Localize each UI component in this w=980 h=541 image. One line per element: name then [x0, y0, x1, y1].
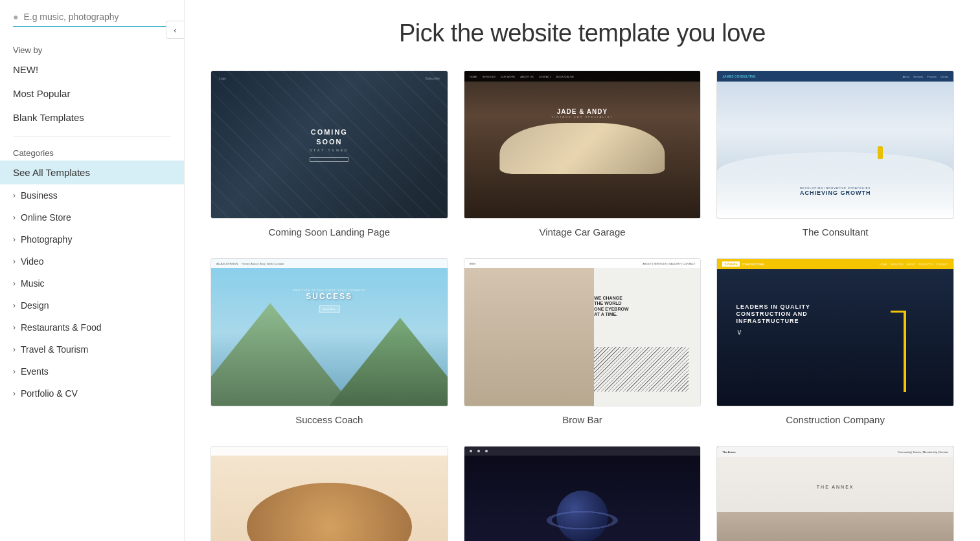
- templates-grid: Logo Subscribe COMINGSOON STAY TUNED Com…: [211, 71, 954, 541]
- search-icon: ●: [13, 12, 18, 22]
- template-label-brow-bar: Brow Bar: [464, 414, 701, 425]
- template-label-consultant: The Consultant: [716, 226, 954, 237]
- template-thumbnail-success-coach: ALLAN JOHNSON Home | About | Blog | Work…: [211, 258, 448, 406]
- template-card-construction[interactable]: SPHERE CONSTRUCTIONS HOMESERVICESABOUTPR…: [716, 258, 954, 425]
- view-by-label: View by: [0, 40, 184, 58]
- chevron-icon: ›: [13, 235, 16, 244]
- template-card-consultant[interactable]: JAMES CONSULTING AboutServicesProjectsCl…: [716, 71, 954, 237]
- search-input[interactable]: [23, 12, 171, 22]
- sidebar-item-travel-tourism[interactable]: › Travel & Tourism: [0, 338, 184, 360]
- template-label-success-coach: Success Coach: [211, 414, 448, 425]
- template-thumbnail-annex: The Annex Community | Events | Membershi…: [716, 446, 954, 541]
- template-thumbnail-consultant: JAMES CONSULTING AboutServicesProjectsCl…: [716, 71, 954, 219]
- sidebar-item-events[interactable]: › Events: [0, 360, 184, 382]
- chevron-icon: ›: [13, 191, 16, 200]
- template-thumbnail-space: [464, 446, 701, 541]
- chevron-icon: ›: [13, 279, 16, 288]
- search-container: ●: [13, 12, 171, 27]
- sidebar-item-design[interactable]: › Design: [0, 294, 184, 316]
- sidebar-item-online-store[interactable]: › Online Store: [0, 206, 184, 228]
- template-card-annex[interactable]: The Annex Community | Events | Membershi…: [716, 446, 954, 541]
- page-title: Pick the website template you love: [211, 19, 954, 47]
- template-card-success-coach[interactable]: ALLAN JOHNSON Home | About | Blog | Work…: [211, 258, 448, 425]
- sidebar-item-new[interactable]: NEW!: [0, 58, 184, 82]
- chevron-icon: ›: [13, 345, 16, 354]
- template-thumbnail-vintage-car: HOMESERVICESOUR WORKABOUT USCONTACTBOOK …: [464, 71, 701, 219]
- chevron-icon: ›: [13, 301, 16, 310]
- sidebar-item-business[interactable]: › Business: [0, 184, 184, 206]
- chevron-icon: ›: [13, 323, 16, 332]
- template-label-vintage-car: Vintage Car Garage: [464, 226, 701, 237]
- template-card-space[interactable]: [464, 446, 701, 541]
- sidebar-item-portfolio-cv[interactable]: › Portfolio & CV: [0, 382, 184, 404]
- sidebar-item-restaurants-food[interactable]: › Restaurants & Food: [0, 316, 184, 338]
- sidebar-item-see-all[interactable]: See All Templates: [0, 160, 184, 184]
- template-label-coming-soon: Coming Soon Landing Page: [211, 226, 448, 237]
- template-card-coming-soon[interactable]: Logo Subscribe COMINGSOON STAY TUNED Com…: [211, 71, 448, 237]
- sidebar-item-video[interactable]: › Video: [0, 250, 184, 272]
- template-card-vintage-car[interactable]: HOMESERVICESOUR WORKABOUT USCONTACTBOOK …: [464, 71, 701, 237]
- sidebar-item-music[interactable]: › Music: [0, 272, 184, 294]
- template-thumbnail-food: [211, 446, 448, 541]
- template-card-food[interactable]: [211, 446, 448, 541]
- template-card-brow-bar[interactable]: BRW ABOUT | SERVICES | GALLERY | CONTACT…: [464, 258, 701, 425]
- chevron-icon: ›: [13, 367, 16, 376]
- template-thumbnail-coming-soon: Logo Subscribe COMINGSOON STAY TUNED: [211, 71, 448, 219]
- template-label-construction: Construction Company: [716, 414, 954, 425]
- sidebar-item-most-popular[interactable]: Most Popular: [0, 82, 184, 105]
- sidebar: ‹ ● View by NEW! Most Popular Blank Temp…: [0, 0, 185, 541]
- template-thumbnail-construction: SPHERE CONSTRUCTIONS HOMESERVICESABOUTPR…: [716, 258, 954, 406]
- sidebar-item-photography[interactable]: › Photography: [0, 228, 184, 250]
- template-thumbnail-brow-bar: BRW ABOUT | SERVICES | GALLERY | CONTACT…: [464, 258, 701, 406]
- sidebar-item-blank-templates[interactable]: Blank Templates: [0, 105, 184, 129]
- main-content: Pick the website template you love Logo …: [185, 0, 980, 541]
- sidebar-collapse-button[interactable]: ‹: [166, 21, 184, 39]
- chevron-icon: ›: [13, 257, 16, 266]
- chevron-icon: ›: [13, 389, 16, 398]
- categories-label: Categories: [0, 143, 184, 160]
- chevron-icon: ›: [13, 213, 16, 222]
- divider: [13, 136, 171, 137]
